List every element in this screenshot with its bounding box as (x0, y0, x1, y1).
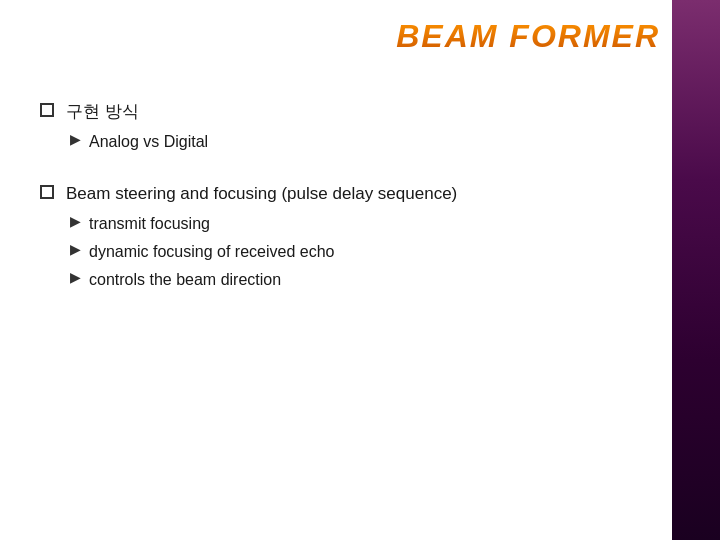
slide-title-area: BEAM FORMER (396, 18, 660, 55)
slide-title: BEAM FORMER (396, 18, 660, 55)
right-sidebar-decoration (672, 0, 720, 540)
bullet-content-1: 구현 방식 ▶ Analog vs Digital (66, 100, 660, 158)
sub-text-2-1: transmit focusing (89, 212, 210, 236)
arrow-icon-2-3: ▶ (70, 269, 81, 285)
bullet-item-1: 구현 방식 ▶ Analog vs Digital (40, 100, 660, 158)
sub-bullet-2-2: ▶ dynamic focusing of received echo (70, 240, 660, 264)
bullet-square-2 (40, 185, 54, 199)
sub-bullet-list-2: ▶ transmit focusing ▶ dynamic focusing o… (70, 212, 660, 292)
bullet-1-main: 구현 방식 (66, 100, 660, 124)
sub-bullet-2-1: ▶ transmit focusing (70, 212, 660, 236)
arrow-icon-2-1: ▶ (70, 213, 81, 229)
bullet-square-1 (40, 103, 54, 117)
sub-text-2-2: dynamic focusing of received echo (89, 240, 334, 264)
bullet-content-2: Beam steering and focusing (pulse delay … (66, 182, 660, 296)
sub-bullet-list-1: ▶ Analog vs Digital (70, 130, 660, 154)
sub-bullet-1-1: ▶ Analog vs Digital (70, 130, 660, 154)
arrow-icon-1-1: ▶ (70, 131, 81, 147)
sub-text-2-3: controls the beam direction (89, 268, 281, 292)
slide: BEAM FORMER 구현 방식 ▶ Analog vs Digital Be… (0, 0, 720, 540)
sub-text-1-1: Analog vs Digital (89, 130, 208, 154)
arrow-icon-2-2: ▶ (70, 241, 81, 257)
bullet-item-2: Beam steering and focusing (pulse delay … (40, 182, 660, 296)
sub-bullet-2-3: ▶ controls the beam direction (70, 268, 660, 292)
content-area: 구현 방식 ▶ Analog vs Digital Beam steering … (40, 100, 660, 320)
bullet-2-main: Beam steering and focusing (pulse delay … (66, 182, 660, 206)
